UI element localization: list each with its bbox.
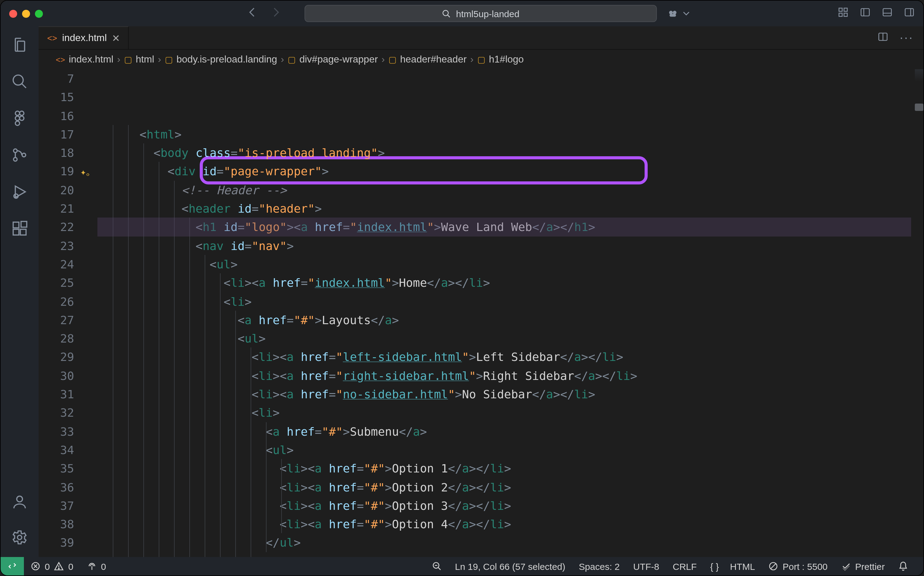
breadcrumb-item[interactable]: body.is-preload.landing	[176, 54, 277, 65]
run-debug-button[interactable]	[11, 183, 28, 203]
svg-rect-25	[13, 229, 19, 235]
source-control-button[interactable]	[11, 146, 28, 166]
breadcrumb-item[interactable]: h1#logo	[489, 54, 524, 65]
search-icon	[442, 9, 451, 18]
error-icon	[30, 561, 40, 571]
window-controls	[9, 10, 43, 18]
symbol-icon: ▢	[124, 54, 132, 64]
code-area[interactable]: <html> <body class="is-preload landing">…	[98, 69, 923, 557]
zoom-icon	[432, 561, 441, 571]
search-text: html5up-landed	[456, 8, 520, 19]
encoding-button[interactable]: UTF-8	[627, 561, 666, 571]
remote-button[interactable]	[1, 557, 24, 575]
svg-rect-27	[21, 221, 27, 227]
zoom-button[interactable]	[425, 561, 448, 571]
extensions-button[interactable]	[11, 220, 28, 240]
svg-rect-6	[839, 13, 842, 16]
check-icon	[841, 561, 851, 571]
svg-point-18	[15, 116, 19, 120]
svg-rect-10	[883, 9, 892, 16]
svg-rect-4	[839, 8, 842, 12]
notifications-button[interactable]	[892, 561, 915, 571]
svg-point-14	[13, 75, 23, 85]
svg-point-29	[18, 535, 22, 539]
svg-rect-26	[20, 229, 26, 235]
line-numbers: 7151617181920212223242526272829303132333…	[38, 69, 80, 557]
symbol-icon: ▢	[477, 54, 485, 64]
svg-rect-12	[905, 9, 914, 16]
editor[interactable]: 7151617181920212223242526272829303132333…	[38, 69, 923, 557]
svg-line-37	[771, 563, 776, 569]
cursor-position[interactable]: Ln 19, Col 66 (57 selected)	[448, 561, 572, 571]
search-view-button[interactable]	[11, 73, 28, 93]
html-file-icon: <>	[47, 33, 57, 43]
svg-rect-24	[13, 222, 19, 228]
indentation-button[interactable]: Spaces: 2	[572, 561, 626, 571]
no-entry-icon	[769, 561, 779, 571]
symbol-icon: ▢	[388, 54, 396, 64]
figma-view-button[interactable]	[11, 110, 28, 129]
minimize-window-button[interactable]	[22, 10, 30, 18]
close-window-button[interactable]	[9, 10, 17, 18]
html-file-icon: <>	[56, 55, 65, 64]
vscode-window: html5up-landed <> index.html	[0, 0, 924, 576]
activity-bar	[1, 26, 38, 557]
warning-count: 0	[68, 561, 74, 571]
eol-button[interactable]: CRLF	[666, 561, 703, 571]
prettier-button[interactable]: Prettier	[834, 561, 892, 571]
svg-point-20	[13, 149, 17, 153]
warning-icon	[54, 561, 64, 571]
svg-rect-7	[844, 13, 847, 16]
customize-layout-button[interactable]	[838, 7, 849, 20]
svg-rect-8	[861, 9, 870, 16]
breadcrumb-item[interactable]: div#page-wrapper	[299, 54, 378, 65]
nav-arrows	[246, 6, 282, 21]
command-center-search[interactable]: html5up-landed	[305, 5, 657, 22]
status-bar: 0 0 0 Ln 19, Col 66 (57 selected) Spaces…	[1, 557, 923, 575]
svg-rect-3	[670, 14, 676, 17]
svg-point-28	[17, 496, 23, 502]
settings-button[interactable]	[11, 529, 28, 549]
symbol-icon: ▢	[288, 54, 296, 64]
svg-point-15	[15, 111, 19, 115]
svg-point-22	[22, 153, 26, 157]
more-actions-button[interactable]: ···	[900, 30, 914, 45]
toggle-panel-button[interactable]	[882, 7, 893, 20]
split-editor-button[interactable]	[878, 31, 889, 45]
tab-close-button[interactable]: ✕	[112, 32, 120, 44]
ports-count: 0	[101, 561, 106, 571]
symbol-icon: ▢	[165, 54, 173, 64]
antenna-icon	[87, 561, 96, 571]
breadcrumb-item[interactable]: header#header	[400, 54, 467, 65]
svg-point-1	[669, 11, 673, 14]
maximize-window-button[interactable]	[35, 10, 43, 18]
svg-point-17	[19, 116, 24, 120]
svg-point-16	[19, 111, 24, 115]
titlebar: html5up-landed	[1, 1, 923, 26]
breadcrumb-item[interactable]: index.html	[69, 54, 114, 65]
breadcrumb-item[interactable]: html	[136, 54, 154, 65]
tab-index-html[interactable]: <> index.html ✕	[38, 26, 129, 49]
copilot-button[interactable]	[667, 8, 692, 19]
svg-point-34	[59, 568, 59, 569]
svg-point-2	[673, 11, 676, 14]
live-server-button[interactable]: Port : 5500	[762, 561, 834, 571]
tab-filename: index.html	[62, 32, 107, 43]
problems-button[interactable]: 0 0	[24, 561, 80, 571]
glyph-margin: ✦｡	[80, 69, 98, 557]
svg-point-19	[15, 121, 19, 125]
breadcrumb[interactable]: <> index.html › ▢ html › ▢ body.is-prelo…	[38, 50, 923, 69]
svg-point-0	[443, 10, 449, 16]
language-mode-button[interactable]: { } HTML	[703, 561, 762, 571]
copilot-icon	[667, 8, 678, 19]
accounts-button[interactable]	[11, 493, 28, 513]
nav-forward-button[interactable]	[270, 6, 282, 21]
chevron-down-icon	[681, 8, 692, 19]
toggle-sidebar-button[interactable]	[860, 7, 871, 20]
ports-button[interactable]: 0	[80, 561, 113, 571]
error-count: 0	[45, 561, 50, 571]
nav-back-button[interactable]	[246, 6, 259, 21]
explorer-view-button[interactable]	[11, 36, 28, 56]
toggle-secondary-sidebar-button[interactable]	[904, 7, 915, 20]
tab-bar: <> index.html ✕ ···	[38, 26, 923, 50]
